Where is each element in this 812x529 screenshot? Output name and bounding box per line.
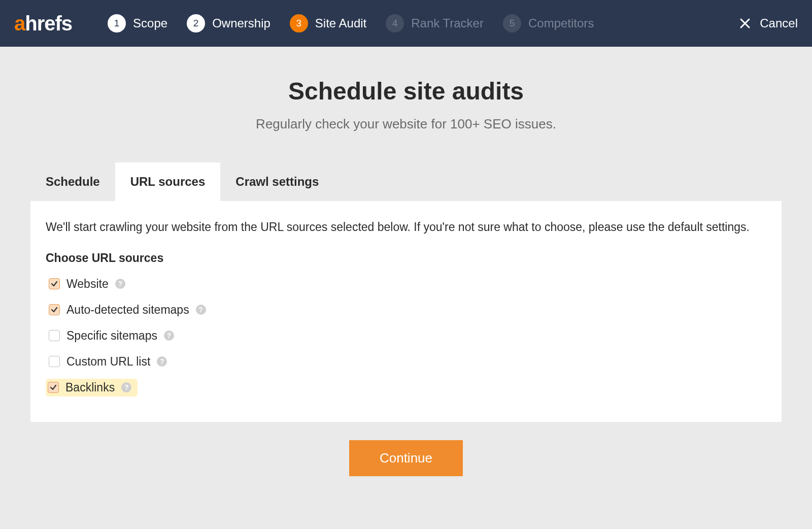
source-row-website: Website ? <box>46 275 128 293</box>
source-row-auto-sitemaps: Auto-detected sitemaps ? <box>46 301 209 319</box>
source-row-custom-url: Custom URL list ? <box>46 353 170 371</box>
checkbox-custom-url[interactable] <box>49 356 60 367</box>
source-label: Backlinks <box>65 381 115 394</box>
checkbox-backlinks[interactable] <box>48 382 59 393</box>
source-label: Specific sitemaps <box>66 329 157 343</box>
page-subtitle: Regularly check your website for 100+ SE… <box>256 116 556 132</box>
continue-wrap: Continue <box>30 440 782 476</box>
cancel-label: Cancel <box>760 16 798 30</box>
help-icon[interactable]: ? <box>121 382 131 392</box>
step-competitors[interactable]: 5 Competitors <box>503 14 594 32</box>
tab-schedule[interactable]: Schedule <box>30 162 115 201</box>
help-icon[interactable]: ? <box>196 305 206 315</box>
logo-rest: hrefs <box>25 12 72 35</box>
step-label: Site Audit <box>315 16 366 30</box>
logo: ahrefs <box>14 12 72 35</box>
page-title: Schedule site audits <box>288 77 524 105</box>
logo-a: a <box>14 12 25 35</box>
source-label: Custom URL list <box>66 355 150 369</box>
source-row-specific-sitemaps: Specific sitemaps ? <box>46 327 177 345</box>
step-label: Scope <box>133 16 167 30</box>
panel-description: We'll start crawling your website from t… <box>46 218 766 236</box>
source-label: Website <box>66 277 109 291</box>
step-number: 3 <box>290 14 308 32</box>
checkbox-website[interactable] <box>49 278 60 289</box>
help-icon[interactable]: ? <box>164 330 174 341</box>
panel-wrap: Schedule URL sources Crawl settings We'l… <box>30 162 782 476</box>
step-site-audit[interactable]: 3 Site Audit <box>290 14 366 32</box>
source-label: Auto-detected sitemaps <box>66 303 189 317</box>
tab-crawl-settings[interactable]: Crawl settings <box>220 162 334 201</box>
step-label: Competitors <box>528 16 594 30</box>
tabs: Schedule URL sources Crawl settings <box>30 162 782 201</box>
cancel-button[interactable]: Cancel <box>737 16 798 31</box>
step-scope[interactable]: 1 Scope <box>108 14 167 32</box>
step-number: 5 <box>503 14 521 32</box>
source-row-backlinks: Backlinks ? <box>46 379 138 396</box>
step-label: Ownership <box>212 16 270 30</box>
checkbox-specific-sitemaps[interactable] <box>49 330 60 341</box>
main-content: Schedule site audits Regularly check you… <box>0 47 812 476</box>
section-title: Choose URL sources <box>46 251 766 265</box>
step-rank-tracker[interactable]: 4 Rank Tracker <box>386 14 484 32</box>
step-label: Rank Tracker <box>411 16 484 30</box>
step-ownership[interactable]: 2 Ownership <box>187 14 270 32</box>
continue-button[interactable]: Continue <box>349 440 463 476</box>
step-number: 1 <box>108 14 126 32</box>
wizard-steps: 1 Scope 2 Ownership 3 Site Audit 4 Rank … <box>108 14 737 32</box>
checkbox-auto-sitemaps[interactable] <box>49 304 60 315</box>
help-icon[interactable]: ? <box>115 279 125 289</box>
panel: We'll start crawling your website from t… <box>30 201 782 422</box>
close-icon <box>737 16 753 31</box>
help-icon[interactable]: ? <box>157 356 167 367</box>
step-number: 2 <box>187 14 205 32</box>
step-number: 4 <box>386 14 404 32</box>
tab-url-sources[interactable]: URL sources <box>115 162 221 201</box>
header-bar: ahrefs 1 Scope 2 Ownership 3 Site Audit … <box>0 0 812 47</box>
